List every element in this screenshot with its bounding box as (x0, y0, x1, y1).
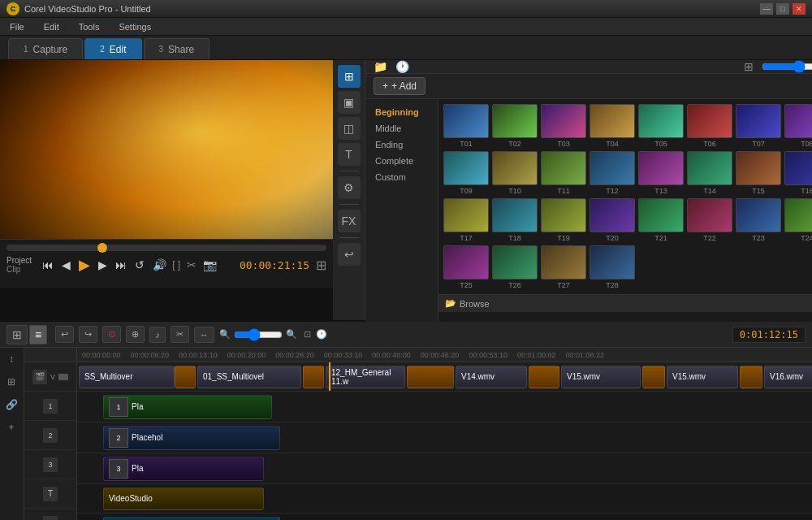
thumb-T18[interactable]: T18 (492, 198, 538, 242)
project-mode-label[interactable]: Project (6, 256, 32, 265)
auto-music-button[interactable]: ♪ (149, 327, 166, 343)
transition-1[interactable] (175, 366, 196, 388)
volume-button[interactable]: 🔊 (150, 258, 169, 271)
transition-6[interactable] (740, 366, 762, 388)
prev-frame-button[interactable]: ◀ (59, 258, 73, 271)
clip-overlay3-pla[interactable]: 3 Pla (103, 457, 264, 481)
thumbnail-size-icon[interactable]: ⊞ (744, 60, 754, 73)
thumb-T22[interactable]: T22 (687, 198, 732, 242)
clip-mode-label[interactable]: Clip (6, 265, 32, 274)
folder-icon[interactable]: 📁 (374, 60, 387, 73)
thumb-T21[interactable]: T21 (638, 198, 684, 242)
thumb-T11[interactable]: T11 (541, 151, 586, 195)
timeline-view-button[interactable]: ≡ (29, 325, 47, 344)
tab-edit[interactable]: 2 Edit (84, 38, 141, 59)
transitions-tool[interactable]: ⊞ (338, 65, 361, 88)
clip-v15a[interactable]: V15.wmv (561, 366, 641, 388)
settings-tool[interactable]: ⚙ (338, 176, 361, 199)
clip-videostudio-title[interactable]: VideoStudio (103, 488, 264, 510)
clip-v14[interactable]: V14.wmv (456, 366, 527, 388)
play-button[interactable]: ▶ (76, 256, 93, 274)
transition-4[interactable] (529, 366, 559, 388)
next-frame-button[interactable]: ▶ (96, 258, 110, 271)
thumb-T28[interactable]: T28 (590, 245, 635, 289)
mix-button[interactable]: ⊕ (126, 326, 145, 343)
overlay-tool[interactable]: ◫ (338, 117, 361, 140)
thumb-T02[interactable]: T02 (492, 104, 538, 148)
clip-01-ss[interactable]: 01_SS_Multiovel (197, 366, 301, 388)
clip-12-hm[interactable]: 12_HM_General 11.w (326, 366, 405, 388)
clip-v15b[interactable]: V15.wmv (667, 366, 738, 388)
thumb-T06[interactable]: T06 (687, 104, 732, 148)
tab-share[interactable]: 3 Share (144, 38, 210, 59)
timecode-expand[interactable]: ⊞ (316, 258, 326, 273)
undo-button[interactable]: ↩ (55, 326, 74, 343)
thumb-T15[interactable]: T15 (736, 151, 781, 195)
maximize-button[interactable]: □ (776, 3, 789, 15)
tab-capture[interactable]: 1 Capture (8, 38, 83, 59)
thumb-T12[interactable]: T12 (590, 151, 635, 195)
clock-icon[interactable]: 🕐 (395, 60, 409, 73)
thumb-T10[interactable]: T10 (492, 151, 538, 195)
thumb-T04[interactable]: T04 (590, 104, 635, 148)
transition-2[interactable] (303, 366, 324, 388)
thumb-T14[interactable]: T14 (687, 151, 732, 195)
play-end-button[interactable]: ⏭ (113, 258, 129, 271)
thumb-T01[interactable]: T01 (443, 104, 489, 148)
thumb-T23[interactable]: T23 (736, 198, 781, 242)
clip-overlay1-pla[interactable]: 1 Pla (103, 395, 272, 419)
playhead[interactable] (329, 362, 330, 391)
trim-button[interactable]: ✂ (171, 326, 189, 343)
thumb-T24[interactable]: T24 (784, 198, 812, 242)
close-button[interactable]: ✕ (793, 3, 806, 15)
storyboard-view-button[interactable]: ⊞ (6, 325, 28, 344)
thumb-T07[interactable]: T07 (736, 104, 781, 148)
transition-5[interactable] (642, 366, 665, 388)
transition-middle[interactable]: Middle (365, 120, 438, 136)
preview-progress-bar[interactable] (6, 245, 326, 251)
back-tool[interactable]: ↩ (338, 243, 361, 266)
thumb-T13[interactable]: T13 (638, 151, 684, 195)
minimize-button[interactable]: — (760, 3, 773, 15)
title-tool[interactable]: T (338, 143, 361, 166)
thumb-T20[interactable]: T20 (590, 198, 635, 242)
thumb-T27[interactable]: T27 (541, 245, 586, 289)
transition-beginning[interactable]: Beginning (365, 104, 438, 120)
zoom-out-button[interactable]: 🔍 (219, 329, 231, 340)
clip-trim-button[interactable]: ✂ (187, 258, 197, 271)
thumb-T09[interactable]: T09 (443, 151, 489, 195)
menu-file[interactable]: File (6, 20, 28, 33)
clip-overlay2-placeholder[interactable]: 2 Placehol (103, 426, 280, 450)
redo-button[interactable]: ↪ (79, 326, 97, 343)
add-track-button[interactable]: + (0, 416, 23, 439)
snapshot-button[interactable]: 📷 (203, 258, 217, 271)
thumbnail-size-slider[interactable] (762, 60, 812, 73)
thumb-T25[interactable]: T25 (443, 245, 489, 289)
clock-icon[interactable]: 🕐 (316, 329, 327, 340)
thumb-T08[interactable]: T08 (784, 104, 812, 148)
transition-button[interactable]: ↔ (194, 327, 214, 343)
thumb-T17[interactable]: T17 (443, 198, 489, 242)
clip-v16[interactable]: V16.wmv (764, 366, 812, 388)
thumb-T19[interactable]: T19 (541, 198, 586, 242)
menu-tools[interactable]: Tools (76, 20, 103, 33)
transition-ending[interactable]: Ending (365, 136, 438, 153)
thumb-T03[interactable]: T03 (541, 104, 586, 148)
repeat-button[interactable]: ↺ (132, 258, 147, 271)
zoom-in-button[interactable]: 🔍 (286, 329, 297, 340)
browse-button[interactable]: 📂 Browse (438, 294, 812, 312)
preview-playhead[interactable] (97, 243, 107, 253)
clip-ss-multiover[interactable]: SS_Multiover (79, 366, 175, 388)
thumb-T26[interactable]: T26 (492, 245, 538, 289)
insert-mode-button[interactable]: ⊞ (0, 370, 23, 393)
record-button[interactable]: ⊙ (102, 326, 121, 343)
thumb-T05[interactable]: T05 (638, 104, 684, 148)
track-lock-button[interactable] (58, 374, 68, 380)
zoom-slider[interactable] (234, 328, 283, 341)
clip-audio-ss[interactable]: SS_Multioverlay track02_N (103, 517, 280, 521)
thumb-T16[interactable]: T16 (784, 151, 812, 195)
fx-tool[interactable]: FX (338, 210, 361, 232)
link-audio-button[interactable]: 🔗 (0, 393, 23, 416)
fit-button[interactable]: ⊡ (304, 329, 311, 340)
add-transition-button[interactable]: + + Add (374, 77, 425, 95)
